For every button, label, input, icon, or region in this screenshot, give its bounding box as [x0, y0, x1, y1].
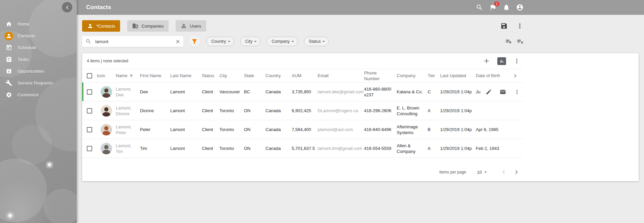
table-row[interactable]: Lamont, DionneDionneLamontClientTorontoO… — [82, 101, 524, 120]
row-checkbox[interactable] — [87, 108, 92, 114]
cell-name: Lamont, Dionne — [116, 105, 140, 117]
pagination-chevrons — [500, 168, 520, 176]
search-icon[interactable] — [476, 4, 483, 11]
row-checkbox[interactable] — [87, 89, 92, 95]
next-page-icon[interactable] — [513, 168, 520, 176]
previous-page-icon[interactable] — [500, 168, 507, 176]
filter-chip-city[interactable]: City — [240, 37, 261, 46]
chart-view-icon[interactable] — [497, 57, 506, 65]
column-header-date-of-birth[interactable]: Date of Birth — [476, 73, 507, 78]
column-header-last-updated[interactable]: Last Updated — [440, 73, 476, 78]
cell-status: Client — [202, 146, 219, 151]
cell-email: DLamont@rogers.ca — [318, 108, 364, 114]
column-header-name[interactable]: Name — [116, 73, 140, 78]
column-header-status[interactable]: Status — [202, 73, 219, 78]
sidebar-item-opportunities[interactable]: $Opportunities — [0, 65, 77, 77]
cell-email: lamont.dee@gmail.com — [318, 89, 364, 95]
cell-name: Lamont, Peter — [116, 124, 140, 135]
cell-date-of-birth: Apr 6, 1985 — [476, 127, 507, 132]
add-icon[interactable] — [483, 57, 490, 65]
save-icon[interactable] — [500, 22, 508, 30]
filter-chip-status[interactable]: Status — [304, 37, 329, 46]
scroll-columns-right-icon[interactable] — [512, 72, 518, 79]
playlist-remove-icon[interactable] — [517, 38, 524, 45]
sidebar-item-home[interactable]: Home — [0, 18, 77, 30]
column-header-last-name[interactable]: Last Name — [170, 73, 202, 78]
avatar — [101, 143, 112, 154]
cell-phone: 416-640-6496 — [364, 127, 397, 132]
cell-last-name: Lamont — [170, 108, 202, 114]
select-all-checkbox[interactable] — [87, 73, 92, 78]
dollar-card-icon: $ — [4, 67, 13, 76]
bell-icon[interactable] — [503, 4, 510, 11]
cell-email: lamont.tim@gmail.com — [318, 146, 364, 151]
sidebar-item-label: Home — [17, 22, 29, 27]
person-icon — [4, 32, 13, 40]
column-header-first-name[interactable]: First Name — [140, 73, 170, 78]
sidebar-item-tasks[interactable]: Tasks — [0, 54, 77, 65]
cell-country: Canada — [265, 108, 292, 114]
chip-label: Country — [211, 39, 226, 44]
column-header-country[interactable]: Country — [265, 73, 292, 78]
flag-badge: 1 — [494, 1, 499, 6]
filter-funnel-icon[interactable] — [189, 36, 200, 47]
column-header-email[interactable]: Email — [318, 73, 364, 78]
cell-name: Lamont, Dee — [116, 86, 140, 98]
cell-last-name: Lamont — [170, 146, 202, 151]
column-header-phone-number[interactable]: Phone Number — [364, 70, 397, 82]
row-checkbox[interactable] — [87, 146, 92, 151]
building-icon — [132, 23, 138, 29]
sidebar-item-label: Customize — [17, 92, 39, 97]
filter-actions — [505, 38, 524, 45]
sidebar-item-label: Schedule — [17, 45, 36, 50]
account-circle-icon[interactable] — [516, 4, 524, 11]
row-avatar-cell — [97, 143, 116, 154]
more-vertical-icon[interactable] — [516, 22, 524, 30]
column-header-city[interactable]: City — [219, 73, 244, 78]
sidebar-item-customize[interactable]: Customize — [0, 89, 77, 101]
more-vertical-icon[interactable] — [513, 57, 521, 65]
header-overflow-cell — [507, 72, 524, 79]
edit-icon[interactable] — [486, 89, 492, 95]
sparkle-decoration — [5, 210, 15, 221]
column-header-aum[interactable]: AUM — [292, 73, 318, 78]
row-checkbox[interactable] — [87, 127, 92, 132]
filter-chip-country[interactable]: Country — [206, 37, 234, 46]
column-header-state[interactable]: State — [244, 73, 265, 78]
sidebar: HomeContactsScheduleTasks$OpportunitiesS… — [0, 0, 77, 223]
table-row[interactable]: Lamont, PeterPeterLamontClientTorontoONC… — [82, 120, 524, 139]
chevron-down-icon — [252, 38, 258, 44]
cell-aum: 6,902,425 — [292, 108, 318, 114]
column-header-tier[interactable]: Tier — [428, 73, 440, 78]
email-icon[interactable] — [500, 89, 506, 95]
cell-phone: 416-860-8800 x237 — [364, 86, 397, 98]
sidebar-item-label: Service Requests — [17, 81, 53, 86]
cell-company: Afterimage Systems — [397, 124, 428, 135]
search-input[interactable] — [95, 39, 175, 44]
sidebar-item-service-requests[interactable]: Service Requests — [0, 77, 77, 89]
sidebar-item-schedule[interactable]: Schedule — [0, 42, 77, 54]
tab-companies[interactable]: Companies — [127, 20, 169, 32]
filter-chip-company[interactable]: Company — [266, 37, 298, 46]
clear-search-icon[interactable] — [175, 39, 181, 44]
list-inner: 4 items | none selected IconNameFirst Na… — [82, 53, 524, 181]
cell-last-updated: 1/29/2019 1:04p — [440, 146, 476, 151]
playlist-add-icon[interactable] — [505, 38, 512, 45]
column-header-icon[interactable]: Icon — [97, 73, 116, 78]
entity-tabs-row: *ContactsCompaniesUsers — [82, 20, 639, 32]
cell-country: Canada — [265, 127, 292, 132]
sparkle-decoration — [46, 161, 53, 168]
tab-users[interactable]: Users — [176, 20, 206, 32]
table-row[interactable]: Lamont, TimTimLamontClientTorontoONCanad… — [82, 139, 524, 158]
more-vertical-icon[interactable] — [514, 89, 520, 95]
chip-label: Status — [309, 39, 321, 44]
cell-tier: C — [428, 89, 440, 95]
tab-contacts[interactable]: *Contacts — [82, 20, 120, 32]
sidebar-collapse-button[interactable] — [62, 2, 72, 12]
table-row[interactable]: Lamont, DeeDeeLamontClientVancouverBCCan… — [82, 83, 524, 101]
cell-last-updated: 1/29/2019 1:04p — [440, 127, 476, 132]
sidebar-item-contacts[interactable]: Contacts — [0, 30, 77, 42]
items-per-page-label: Items per page — [439, 170, 466, 174]
page-size-select[interactable]: 10 — [475, 169, 491, 176]
column-header-company[interactable]: Company — [397, 73, 428, 78]
